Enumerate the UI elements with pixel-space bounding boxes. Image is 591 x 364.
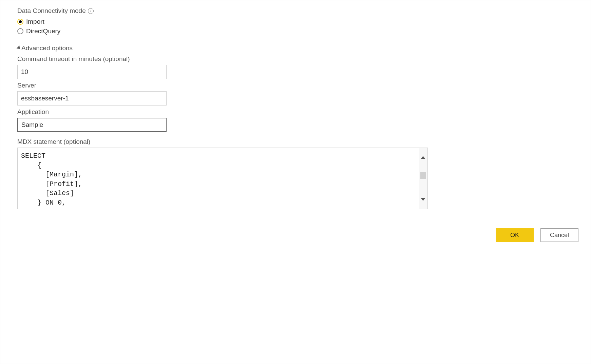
connectivity-mode-label: Data Connectivity mode i	[17, 7, 580, 15]
chevron-expand-icon	[17, 45, 21, 50]
connectivity-mode-text: Data Connectivity mode	[17, 7, 86, 15]
cancel-button[interactable]: Cancel	[540, 228, 578, 242]
mdx-textarea[interactable]	[18, 148, 419, 209]
server-input[interactable]	[17, 91, 167, 106]
radio-import-circle	[17, 19, 23, 25]
ok-button[interactable]: OK	[496, 228, 534, 242]
radio-directquery[interactable]: DirectQuery	[17, 27, 580, 35]
mdx-input-wrapper	[17, 148, 428, 209]
radio-directquery-label: DirectQuery	[26, 27, 60, 35]
scroll-up-icon	[421, 156, 425, 159]
timeout-input[interactable]	[17, 65, 167, 79]
radio-import-label: Import	[26, 18, 44, 25]
mdx-label: MDX statement (optional)	[17, 138, 580, 146]
radio-import[interactable]: Import	[17, 18, 580, 25]
server-label: Server	[17, 82, 580, 89]
application-input[interactable]	[17, 118, 167, 132]
info-icon[interactable]: i	[88, 8, 94, 14]
mdx-scrollbar[interactable]	[419, 148, 427, 209]
dialog-button-row: OK Cancel	[17, 228, 580, 242]
radio-directquery-circle	[17, 28, 23, 34]
timeout-label: Command timeout in minutes (optional)	[17, 55, 580, 63]
scroll-thumb[interactable]	[420, 172, 426, 179]
advanced-options-label: Advanced options	[21, 44, 73, 52]
advanced-options-toggle[interactable]: Advanced options	[17, 44, 580, 52]
application-label: Application	[17, 108, 580, 116]
connectivity-radio-group: Import DirectQuery	[17, 18, 580, 35]
scroll-down-icon	[421, 198, 425, 201]
